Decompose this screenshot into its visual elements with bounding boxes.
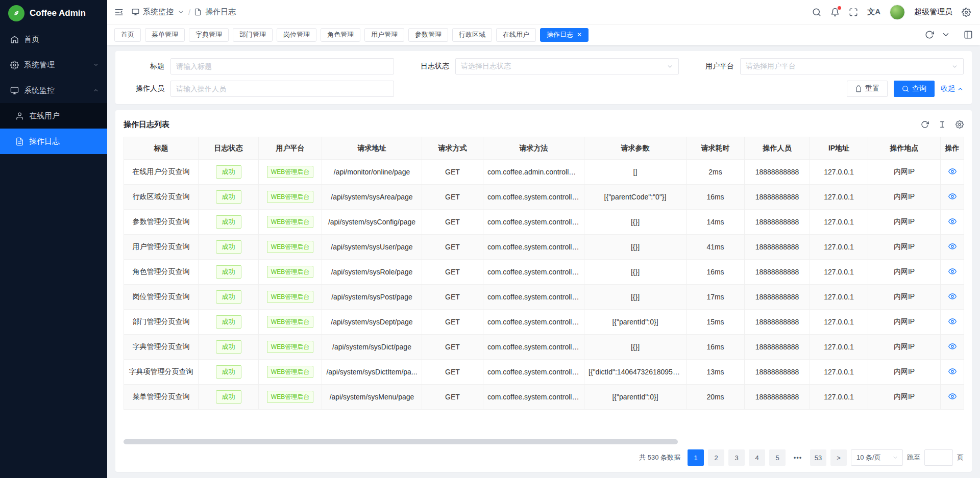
collapse-link[interactable]: 收起	[941, 84, 964, 93]
home-icon	[10, 35, 19, 44]
sidebar-item-system-management[interactable]: 系统管理	[0, 52, 107, 78]
eye-icon[interactable]	[948, 292, 957, 300]
chevron-up-icon	[93, 87, 99, 93]
sidebar-item-label: 在线用户	[29, 111, 60, 121]
platform-select[interactable]: 请选择用户平台	[740, 58, 964, 74]
sidebar-item-system-monitor[interactable]: 系统监控	[0, 78, 107, 103]
tab-item[interactable]: 角色管理	[321, 28, 360, 42]
tab-item[interactable]: 岗位管理	[277, 28, 316, 42]
cell-duration: 15ms	[687, 310, 745, 335]
status-placeholder: 请选择日志状态	[461, 62, 511, 71]
column-header: 日志状态	[199, 137, 259, 160]
main-area: 系统监控 / 操作日志 文A 超级管理员	[107, 0, 980, 478]
bell-icon[interactable]	[830, 8, 840, 17]
query-button[interactable]: 查询	[894, 81, 935, 97]
jump-page-input[interactable]	[924, 449, 953, 466]
search-icon[interactable]	[812, 8, 821, 17]
tab-item[interactable]: 在线用户	[496, 28, 536, 42]
gear-icon[interactable]	[962, 8, 971, 17]
menu-fold-icon[interactable]	[114, 8, 124, 17]
cell-action	[941, 385, 964, 410]
layout-icon[interactable]	[964, 30, 973, 39]
avatar[interactable]	[890, 5, 905, 20]
cell-location: 内网IP	[868, 335, 941, 360]
page-button[interactable]: 2	[708, 449, 724, 466]
current-user-name[interactable]: 超级管理员	[914, 7, 952, 17]
cell-duration: 13ms	[687, 360, 745, 385]
horizontal-scrollbar-thumb[interactable]	[124, 439, 678, 444]
eye-icon[interactable]	[948, 242, 957, 250]
eye-icon[interactable]	[948, 392, 957, 400]
title-input[interactable]	[176, 62, 388, 70]
tab-close-icon[interactable]: ✕	[577, 32, 582, 38]
gear-icon[interactable]	[955, 120, 964, 129]
cell-ip: 127.0.0.1	[810, 260, 868, 285]
reset-button[interactable]: 重置	[847, 81, 888, 97]
cell-ip: 127.0.0.1	[810, 160, 868, 185]
cell-ip: 127.0.0.1	[810, 360, 868, 385]
page-size-select[interactable]: 10 条/页	[851, 449, 903, 466]
density-icon[interactable]	[938, 120, 946, 129]
breadcrumb-parent[interactable]: 系统监控	[143, 7, 174, 17]
column-header: 操作地点	[868, 137, 941, 160]
page-button[interactable]: 1	[688, 449, 704, 466]
cell-status: 成功	[199, 260, 259, 285]
pagination: 共 530 条数据 12345•••53 > 10 条/页 跳至 页	[124, 449, 964, 466]
tab-item[interactable]: 参数管理	[408, 28, 448, 42]
refresh-icon[interactable]	[925, 30, 934, 39]
eye-icon[interactable]	[948, 267, 957, 275]
page-button[interactable]: 53	[810, 449, 826, 466]
eye-icon[interactable]	[948, 217, 957, 225]
eye-icon[interactable]	[948, 317, 957, 325]
cell-params: [{"parentId":0}]	[584, 385, 687, 410]
cell-status: 成功	[199, 235, 259, 260]
tab-item[interactable]: 部门管理	[233, 28, 273, 42]
app-logo[interactable]: Coffee Admin	[0, 0, 107, 27]
tab-item[interactable]: 菜单管理	[145, 28, 185, 42]
cell-status: 成功	[199, 160, 259, 185]
status-badge: 成功	[216, 390, 241, 404]
tab-item[interactable]: 字典管理	[189, 28, 229, 42]
status-badge: 成功	[216, 215, 241, 229]
pagination-total: 共 530 条数据	[639, 453, 680, 462]
eye-icon[interactable]	[948, 367, 957, 375]
sidebar-item-online-users[interactable]: 在线用户	[0, 103, 107, 129]
status-badge: 成功	[216, 290, 241, 304]
tab-label: 菜单管理	[152, 30, 178, 39]
column-header: 请求方式	[422, 137, 483, 160]
next-page-button[interactable]: >	[830, 449, 847, 466]
fullscreen-icon[interactable]	[849, 8, 858, 17]
page-list: 12345•••53	[688, 449, 826, 466]
eye-icon[interactable]	[948, 342, 957, 350]
tab-item[interactable]: 首页	[114, 28, 141, 42]
status-select[interactable]: 请选择日志状态	[455, 58, 679, 74]
eye-icon[interactable]	[948, 167, 957, 175]
eye-icon[interactable]	[948, 192, 957, 200]
cell-ip: 127.0.0.1	[810, 310, 868, 335]
platform-badge: WEB管理后台	[267, 316, 313, 328]
monitor-icon	[132, 8, 139, 16]
cell-location: 内网IP	[868, 310, 941, 335]
tab-item[interactable]: 操作日志✕	[540, 28, 589, 42]
cell-operator: 18888888888	[745, 360, 810, 385]
page-button[interactable]: 3	[728, 449, 745, 466]
operator-input[interactable]	[176, 85, 388, 93]
cell-params: [{"parentCode":"0"}]	[584, 185, 687, 210]
translate-icon[interactable]: 文A	[867, 7, 880, 17]
cell-action	[941, 235, 964, 260]
top-header: 系统监控 / 操作日志 文A 超级管理员	[107, 0, 980, 24]
cell-duration: 16ms	[687, 185, 745, 210]
page-button[interactable]: 5	[769, 449, 786, 466]
tab-item[interactable]: 用户管理	[364, 28, 404, 42]
page-ellipsis: •••	[790, 449, 806, 466]
horizontal-scrollbar-track	[124, 439, 964, 444]
sidebar-item-label: 系统管理	[24, 60, 55, 70]
tab-item[interactable]: 行政区域	[452, 28, 492, 42]
cell-operator: 18888888888	[745, 385, 810, 410]
sidebar-item-home[interactable]: 首页	[0, 27, 107, 52]
filter-panel: 标题 日志状态 请选择日志状态 用户平台 请选择用户平台	[115, 51, 972, 104]
chevron-down-icon[interactable]	[941, 30, 950, 39]
refresh-icon[interactable]	[921, 120, 929, 129]
page-button[interactable]: 4	[749, 449, 765, 466]
sidebar-item-operation-logs[interactable]: 操作日志	[0, 129, 107, 154]
